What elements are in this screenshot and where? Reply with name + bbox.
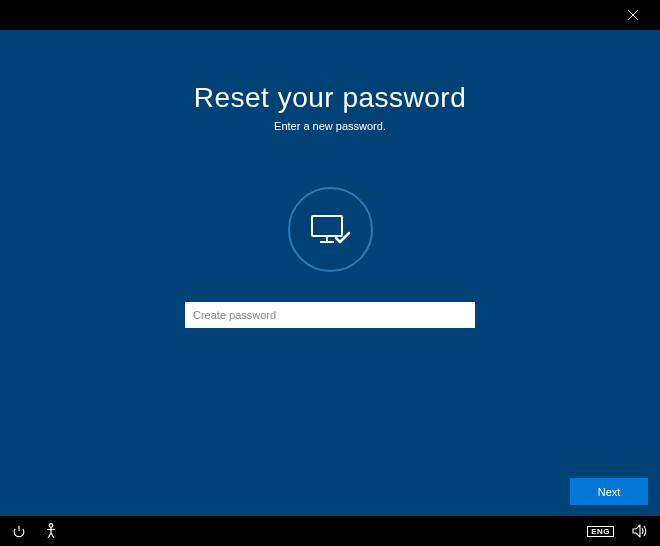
- svg-point-7: [49, 524, 53, 528]
- power-icon: [12, 524, 26, 538]
- volume-button[interactable]: [632, 524, 648, 538]
- page-subtitle: Enter a new password.: [274, 120, 386, 132]
- password-input[interactable]: [185, 302, 475, 328]
- monitor-icon-circle: [288, 187, 373, 272]
- close-button[interactable]: [618, 0, 648, 30]
- svg-line-10: [48, 533, 51, 538]
- title-bar: [0, 0, 660, 30]
- page-title: Reset your password: [194, 82, 467, 114]
- volume-icon: [632, 524, 648, 538]
- bottom-bar-left: [12, 523, 58, 539]
- monitor-check-icon: [308, 210, 352, 250]
- next-button[interactable]: Next: [570, 478, 648, 505]
- accessibility-icon: [44, 523, 58, 539]
- bottom-bar-right: ENG: [587, 524, 648, 538]
- svg-line-11: [51, 533, 54, 538]
- svg-rect-2: [312, 216, 342, 236]
- bottom-bar: ENG: [0, 516, 660, 546]
- language-indicator[interactable]: ENG: [587, 526, 614, 537]
- main-content: Reset your password Enter a new password…: [0, 30, 660, 516]
- accessibility-button[interactable]: [44, 523, 58, 539]
- power-button[interactable]: [12, 524, 26, 538]
- svg-marker-12: [633, 525, 640, 537]
- close-icon: [627, 9, 639, 21]
